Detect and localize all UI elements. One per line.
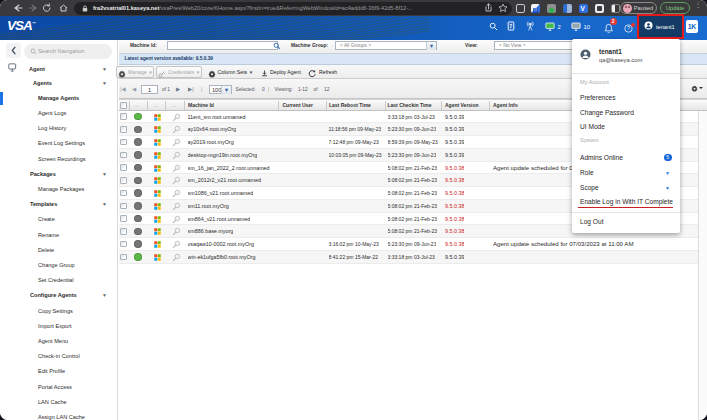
- svg-text:?: ?: [627, 26, 630, 31]
